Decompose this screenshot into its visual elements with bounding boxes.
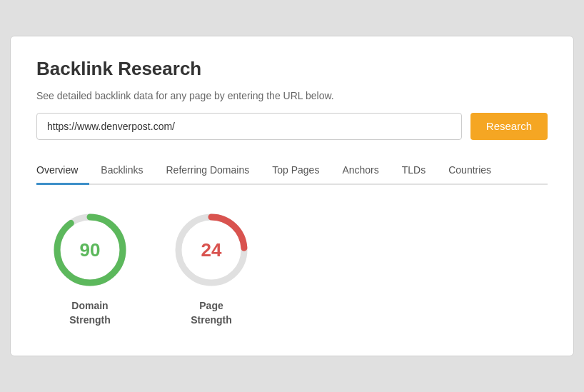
tabs-bar: Overview Backlinks Referring Domains Top… bbox=[36, 157, 548, 185]
url-input[interactable] bbox=[36, 113, 462, 140]
research-button[interactable]: Research bbox=[470, 113, 548, 140]
page-strength-gauge: 24 bbox=[172, 211, 251, 289]
tab-top-pages[interactable]: Top Pages bbox=[261, 157, 331, 185]
metrics-row: 90 DomainStrength 24 PageStrength bbox=[36, 211, 548, 327]
main-card: Backlink Research See detailed backlink … bbox=[10, 36, 574, 356]
tab-backlinks[interactable]: Backlinks bbox=[89, 157, 154, 185]
subtitle: See detailed backlink data for any page … bbox=[36, 90, 548, 101]
page-title: Backlink Research bbox=[36, 58, 548, 80]
tab-referring-domains[interactable]: Referring Domains bbox=[155, 157, 261, 185]
page-strength-value: 24 bbox=[201, 238, 222, 261]
tab-anchors[interactable]: Anchors bbox=[331, 157, 390, 185]
domain-strength-metric: 90 DomainStrength bbox=[51, 211, 129, 327]
tab-tlds[interactable]: TLDs bbox=[391, 157, 437, 185]
tab-overview[interactable]: Overview bbox=[36, 157, 89, 185]
domain-strength-value: 90 bbox=[80, 238, 101, 261]
search-row: Research bbox=[36, 113, 548, 140]
page-strength-label: PageStrength bbox=[191, 299, 232, 327]
tab-countries[interactable]: Countries bbox=[437, 157, 503, 185]
page-strength-metric: 24 PageStrength bbox=[172, 211, 251, 327]
domain-strength-label: DomainStrength bbox=[69, 299, 111, 327]
domain-strength-gauge: 90 bbox=[51, 211, 129, 289]
